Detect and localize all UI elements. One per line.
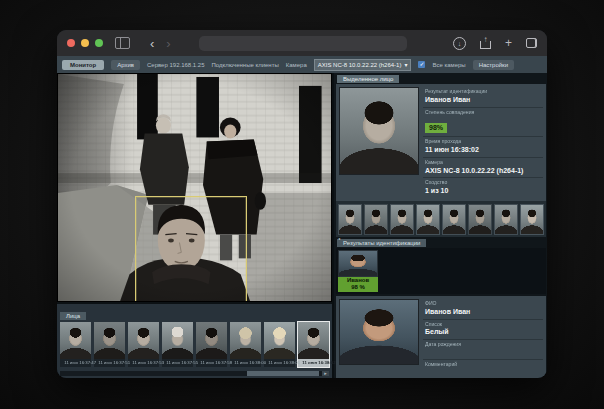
field-label: Степень совпадения xyxy=(425,109,524,116)
face-detection-box[interactable] xyxy=(135,196,247,302)
face-thumbnail[interactable]: 11 июн 16:37:58 xyxy=(196,322,227,367)
face-thumbnail[interactable]: 11 июн 16:38:00 xyxy=(230,322,261,367)
face-photo xyxy=(196,322,227,359)
results-header-tab[interactable]: Результаты идентификации xyxy=(337,239,426,247)
download-icon[interactable]: ↓ xyxy=(453,37,466,50)
candidate-thumbnail[interactable] xyxy=(442,204,466,235)
app-toolbar: Монитор Архив Сервер 192.168.1.25 Подклю… xyxy=(57,56,547,73)
field-value xyxy=(425,349,541,357)
all-cameras-checkbox[interactable]: ✓ xyxy=(418,61,425,68)
face-photo xyxy=(230,322,261,359)
field-value xyxy=(425,369,541,377)
forward-button[interactable]: › xyxy=(160,37,176,50)
sidebar-icon[interactable] xyxy=(115,37,130,49)
face-timestamp: 11 июн 16:38:00 xyxy=(234,360,256,366)
scroll-right-icon[interactable]: ▸ xyxy=(322,371,329,376)
results-area: Иванов 98 % xyxy=(336,248,546,294)
face-thumbnail[interactable]: 11 июн 16:37:53 xyxy=(128,322,159,367)
minimize-button[interactable] xyxy=(81,39,89,47)
field-value: AXIS NC-8 10.0.22.22 (h264-1) xyxy=(425,167,541,176)
traffic-lights xyxy=(67,39,103,47)
chevron-down-icon: ▾ xyxy=(404,61,407,68)
match-percent: 98 % xyxy=(338,284,378,292)
browser-titlebar: ‹ › ↓ ↑ + xyxy=(57,30,547,56)
settings-button[interactable]: Настройки xyxy=(473,60,514,70)
tabs-overview-icon[interactable] xyxy=(526,38,537,48)
candidate-thumbnails xyxy=(336,201,546,237)
faces-scrollbar[interactable]: ▸ xyxy=(60,371,329,376)
identification-panel: Выделенное лицо Результат идентификацииИ… xyxy=(332,73,547,378)
match-percent-badge: 98% xyxy=(425,123,447,132)
address-bar[interactable] xyxy=(199,36,407,51)
field-label: Камера xyxy=(425,159,524,166)
face-photo xyxy=(264,322,295,359)
face-photo xyxy=(298,322,329,359)
field-value: 1 из 10 xyxy=(425,187,541,196)
scrollbar-thumb[interactable] xyxy=(247,371,319,376)
face-thumbnail[interactable]: 11 июн 16:37:55 xyxy=(162,322,193,367)
detected-faces-strip: Лица 11 июн 16:37:47 11 июн 16:37:51 11 … xyxy=(57,302,332,378)
zoom-button[interactable] xyxy=(95,39,103,47)
faces-thumbnails: 11 июн 16:37:47 11 июн 16:37:51 11 июн 1… xyxy=(57,322,332,367)
person-section: ФИОИванов Иван СписокБелый Дата рождения… xyxy=(336,296,546,378)
person-fields: ФИОИванов Иван СписокБелый Дата рождения… xyxy=(423,299,543,378)
face-timestamp: 11 июн 16:37:53 xyxy=(132,360,154,366)
face-photo xyxy=(94,322,125,359)
face-thumbnail[interactable]: 11 июн 16:38:01 xyxy=(264,322,295,367)
clients-link[interactable]: Подключенные клиенты xyxy=(212,62,279,68)
camera-label: Камера xyxy=(286,62,307,68)
browser-window: ‹ › ↓ ↑ + Монитор Архив Сервер 192.168.1… xyxy=(57,30,547,378)
tab-faces[interactable]: Лица xyxy=(60,312,86,320)
all-cameras-label: Все камеры xyxy=(432,62,465,68)
candidate-thumbnail[interactable] xyxy=(338,204,362,235)
field-label: Время прохода xyxy=(425,139,524,146)
camera-select-value: AXIS NC-8 10.0.22.22 (h264-1) xyxy=(318,62,402,68)
app-content: Лица 11 июн 16:37:47 11 июн 16:37:51 11 … xyxy=(57,73,547,378)
match-photo xyxy=(338,250,378,277)
camera-select[interactable]: AXIS NC-8 10.0.22.22 (h264-1) ▾ xyxy=(314,59,412,71)
field-label: Сходство xyxy=(425,180,524,187)
face-timestamp: 11 июн 16:37:51 xyxy=(98,360,120,366)
left-column: Лица 11 июн 16:37:47 11 июн 16:37:51 11 … xyxy=(57,73,332,378)
field-value: Белый xyxy=(425,328,541,337)
match-card[interactable]: Иванов 98 % xyxy=(338,250,378,292)
face-timestamp: 11 июн 16:38:01 xyxy=(268,360,290,366)
face-timestamp: 11 июн 16:38:02 xyxy=(302,360,324,366)
face-photo xyxy=(162,322,193,359)
field-label: Комментарий xyxy=(425,361,524,368)
field-label: Результат идентификации xyxy=(425,89,524,96)
face-photo xyxy=(60,322,91,359)
face-thumbnail[interactable]: 11 июн 16:37:47 xyxy=(60,322,91,367)
selected-face-photo xyxy=(339,87,419,175)
face-thumbnail-selected[interactable]: 11 июн 16:38:02 xyxy=(298,322,329,367)
new-tab-icon[interactable]: + xyxy=(505,37,512,49)
candidate-thumbnail[interactable] xyxy=(468,204,492,235)
candidate-thumbnail[interactable] xyxy=(416,204,440,235)
face-photo xyxy=(128,322,159,359)
match-name: Иванов xyxy=(338,277,378,285)
face-timestamp: 11 июн 16:37:58 xyxy=(200,360,222,366)
selected-face-fields: Результат идентификацииИванов Иван Степе… xyxy=(423,87,543,198)
field-value: Иванов Иван xyxy=(425,308,541,317)
field-value: 11 июн 16:38:02 xyxy=(425,146,541,155)
candidate-thumbnail[interactable] xyxy=(364,204,388,235)
back-button[interactable]: ‹ xyxy=(144,37,160,50)
field-label: Список xyxy=(425,321,524,328)
close-button[interactable] xyxy=(67,39,75,47)
tab-selected-face[interactable]: Выделенное лицо xyxy=(337,75,399,83)
field-value: Иванов Иван xyxy=(425,96,541,105)
browser-actions: ↓ ↑ + xyxy=(453,37,537,50)
candidate-thumbnail[interactable] xyxy=(494,204,518,235)
field-label: ФИО xyxy=(425,301,524,308)
share-icon[interactable]: ↑ xyxy=(480,37,491,49)
desktop-background: ‹ › ↓ ↑ + Монитор Архив Сервер 192.168.1… xyxy=(0,0,604,409)
person-photo xyxy=(339,299,419,365)
selected-face-section: Результат идентификацииИванов Иван Степе… xyxy=(336,84,546,201)
candidate-thumbnail[interactable] xyxy=(520,204,544,235)
face-thumbnail[interactable]: 11 июн 16:37:51 xyxy=(94,322,125,367)
tab-archive[interactable]: Архив xyxy=(111,60,140,70)
candidate-thumbnail[interactable] xyxy=(390,204,414,235)
tab-monitor[interactable]: Монитор xyxy=(62,60,104,70)
field-label: Дата рождения xyxy=(425,342,524,349)
camera-video[interactable] xyxy=(57,73,332,302)
